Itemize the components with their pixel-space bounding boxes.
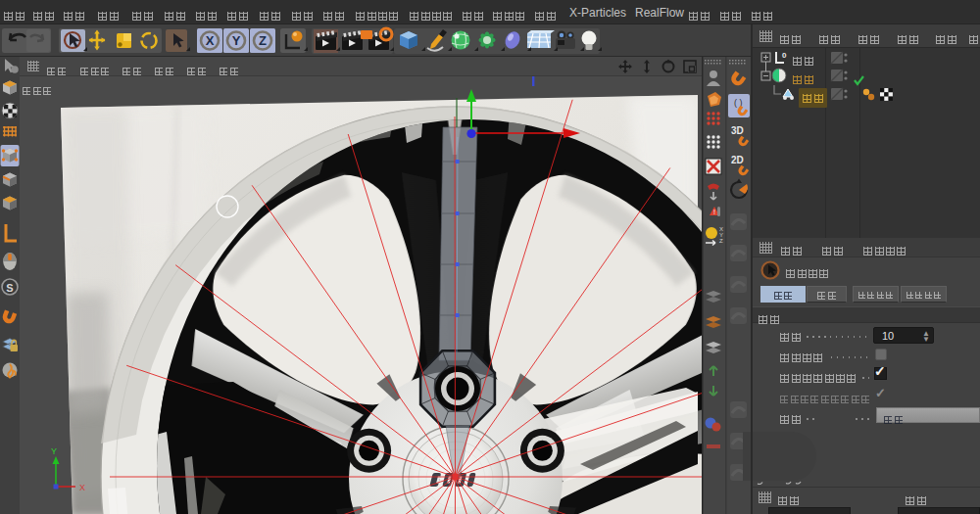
svg-text:Z: Z [719, 238, 723, 244]
svg-text:Y: Y [232, 33, 241, 48]
svg-text:X: X [79, 483, 85, 492]
svg-text:2D: 2D [731, 155, 744, 165]
svg-text:3D: 3D [731, 125, 744, 136]
svg-text:!: ! [713, 209, 715, 215]
svg-text:0: 0 [782, 51, 787, 60]
svg-text:Y: Y [51, 446, 57, 456]
svg-text:Z: Z [259, 33, 267, 48]
svg-text:S: S [6, 282, 13, 294]
svg-text:X: X [206, 33, 215, 48]
